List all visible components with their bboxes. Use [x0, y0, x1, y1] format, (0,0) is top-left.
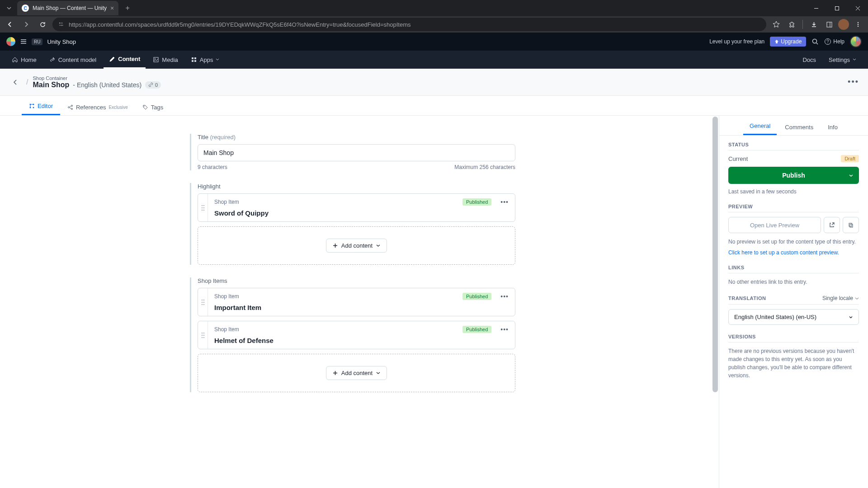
entry-more-button[interactable]: •••	[848, 77, 859, 87]
reference-card[interactable]: Shop Item Published ••• Helmet of Defens…	[198, 321, 515, 349]
links-badge[interactable]: 0	[145, 81, 161, 89]
add-content-button[interactable]: Add content	[326, 239, 387, 253]
translation-mode-button[interactable]: Single locale	[822, 295, 859, 301]
svg-point-21	[71, 108, 72, 110]
nav-home[interactable]: Home	[6, 51, 42, 69]
translation-mode-label: Single locale	[822, 295, 853, 301]
ref-title: Helmet of Defense	[214, 337, 509, 344]
breadcrumb-parent[interactable]: Shop Container	[33, 75, 161, 81]
drag-handle-icon[interactable]	[198, 194, 208, 221]
site-settings-icon[interactable]	[58, 21, 64, 28]
no-preview-text: No preview is set up for the content typ…	[728, 238, 859, 246]
reload-icon[interactable]	[36, 18, 49, 31]
back-icon[interactable]	[4, 18, 16, 31]
new-tab-button[interactable]: +	[121, 2, 134, 14]
sidebar-tab-general[interactable]: General	[743, 122, 777, 135]
publish-label: Publish	[782, 172, 805, 179]
tab-editor[interactable]: Editor	[22, 103, 60, 115]
nav-content-model[interactable]: Content model	[44, 51, 102, 69]
open-external-button[interactable]	[824, 217, 840, 233]
ref-more-button[interactable]: •••	[500, 198, 509, 206]
locale-select[interactable]: English (United States) (en-US)	[728, 309, 859, 325]
publish-button[interactable]: Publish	[728, 167, 859, 184]
nav-docs[interactable]: Docs	[797, 51, 821, 69]
chevron-down-icon	[376, 371, 380, 375]
space-name[interactable]: Unity Shop	[47, 38, 76, 45]
drag-handle-icon[interactable]	[198, 288, 208, 316]
search-icon[interactable]	[811, 38, 819, 45]
setup-preview-link[interactable]: Click here to set up a custom content pr…	[728, 249, 859, 256]
add-content-zone[interactable]: Add content	[198, 354, 515, 392]
close-window-icon[interactable]	[847, 0, 868, 16]
locale-value: English (United States) (en-US)	[734, 314, 816, 320]
status-badge: Published	[462, 326, 491, 333]
bookmark-icon[interactable]	[770, 18, 783, 31]
profile-avatar[interactable]	[838, 19, 849, 30]
ref-title: Sword of Quippy	[214, 209, 509, 217]
sidebar-tabs: General Comments Info	[719, 116, 868, 136]
image-icon	[153, 56, 159, 63]
svg-point-10	[155, 58, 156, 59]
upgrade-button[interactable]: Upgrade	[770, 37, 806, 47]
external-link-icon	[829, 222, 835, 228]
help-button[interactable]: Help	[824, 38, 844, 45]
chevron-down-icon	[849, 173, 854, 178]
sidebar-tab-info[interactable]: Info	[821, 124, 844, 135]
svg-point-5	[858, 24, 859, 25]
ref-content-type: Shop Item	[214, 293, 239, 300]
back-button[interactable]	[9, 76, 22, 89]
tab-references[interactable]: References Exclusive	[60, 104, 135, 115]
close-tab-icon[interactable]: ×	[110, 5, 114, 12]
downloads-icon[interactable]	[807, 18, 820, 31]
extensions-icon[interactable]	[785, 18, 798, 31]
editor-tab-icon	[29, 103, 35, 109]
url-field[interactable]: https://app.contentful.com/spaces/urdfdd…	[52, 18, 766, 31]
open-preview-button[interactable]: Open Live Preview	[728, 217, 821, 233]
versions-heading: VERSIONS	[728, 334, 859, 343]
minimize-icon[interactable]	[806, 0, 826, 16]
forward-icon[interactable]	[20, 18, 33, 31]
browser-tab[interactable]: C Main Shop — Content — Unity ×	[17, 1, 118, 15]
svg-point-28	[203, 210, 204, 211]
svg-point-19	[68, 107, 69, 108]
scrollbar[interactable]	[712, 116, 719, 488]
nav-content[interactable]: Content	[104, 51, 146, 69]
sidepanel-icon[interactable]	[823, 18, 835, 31]
drag-handle-icon[interactable]	[198, 321, 208, 349]
title-input[interactable]	[198, 144, 515, 161]
ref-title: Important Item	[214, 304, 509, 311]
reference-card[interactable]: Shop Item Published ••• Sword of Quippy	[198, 193, 515, 222]
svg-point-37	[202, 335, 203, 336]
editor-pane: Title (required) 9 characters Maximum 25…	[0, 116, 719, 488]
add-content-button[interactable]: Add content	[326, 366, 387, 380]
contentful-logo-icon[interactable]	[6, 37, 15, 46]
copy-preview-button[interactable]	[843, 217, 859, 233]
ref-more-button[interactable]: •••	[500, 293, 509, 300]
menu-icon[interactable]	[20, 38, 27, 45]
app-bar: RU Unity Shop Level up your free plan Up…	[0, 33, 868, 51]
nav-settings[interactable]: Settings	[823, 51, 862, 69]
svg-point-34	[203, 304, 204, 305]
status-badge: Published	[462, 198, 491, 206]
tab-tags[interactable]: Tags	[135, 104, 170, 115]
browser-menu-icon[interactable]	[852, 18, 864, 31]
breadcrumb-separator: /	[26, 78, 28, 86]
ref-more-button[interactable]: •••	[500, 326, 509, 333]
help-icon	[824, 38, 831, 45]
chevron-down-icon	[855, 296, 859, 300]
svg-point-1	[59, 23, 60, 23]
maximize-icon[interactable]	[826, 0, 847, 16]
svg-rect-3	[827, 22, 832, 27]
tab-search-dropdown[interactable]	[4, 3, 14, 14]
pencil-icon	[109, 56, 115, 62]
nav-apps[interactable]: Apps	[185, 51, 225, 69]
add-content-zone[interactable]: Add content	[198, 226, 515, 265]
sidebar-tab-comments[interactable]: Comments	[778, 124, 820, 135]
svg-point-4	[858, 22, 859, 23]
nav-media[interactable]: Media	[147, 51, 183, 69]
svg-point-18	[33, 107, 34, 108]
user-avatar[interactable]	[850, 36, 862, 47]
reference-card[interactable]: Shop Item Published ••• Important Item	[198, 288, 515, 316]
entry-title: Main Shop	[33, 81, 69, 89]
tab-title: Main Shop — Content — Unity	[33, 5, 107, 11]
